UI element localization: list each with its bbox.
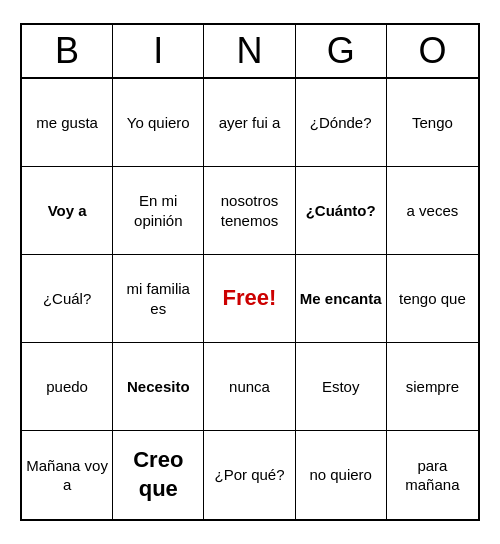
bingo-header-letter: N bbox=[204, 25, 295, 77]
bingo-header: BINGO bbox=[22, 25, 478, 79]
bingo-cell: Tengo bbox=[387, 79, 478, 167]
bingo-cell: ¿Cuál? bbox=[22, 255, 113, 343]
bingo-cell: Yo quiero bbox=[113, 79, 204, 167]
bingo-header-letter: B bbox=[22, 25, 113, 77]
bingo-cell: Free! bbox=[204, 255, 295, 343]
bingo-cell: para mañana bbox=[387, 431, 478, 519]
bingo-cell: Necesito bbox=[113, 343, 204, 431]
bingo-cell: Estoy bbox=[296, 343, 387, 431]
bingo-cell: Mañana voy a bbox=[22, 431, 113, 519]
bingo-cell: mi familia es bbox=[113, 255, 204, 343]
bingo-header-letter: I bbox=[113, 25, 204, 77]
bingo-cell: ¿Dónde? bbox=[296, 79, 387, 167]
bingo-header-letter: O bbox=[387, 25, 478, 77]
bingo-cell: tengo que bbox=[387, 255, 478, 343]
bingo-cell: puedo bbox=[22, 343, 113, 431]
bingo-cell: ¿Cuánto? bbox=[296, 167, 387, 255]
bingo-cell: En mi opinión bbox=[113, 167, 204, 255]
bingo-cell: siempre bbox=[387, 343, 478, 431]
bingo-header-letter: G bbox=[296, 25, 387, 77]
bingo-cell: Me encanta bbox=[296, 255, 387, 343]
bingo-cell: no quiero bbox=[296, 431, 387, 519]
bingo-cell: Creo que bbox=[113, 431, 204, 519]
bingo-cell: ayer fui a bbox=[204, 79, 295, 167]
bingo-cell: Voy a bbox=[22, 167, 113, 255]
bingo-cell: nunca bbox=[204, 343, 295, 431]
bingo-cell: ¿Por qué? bbox=[204, 431, 295, 519]
bingo-cell: me gusta bbox=[22, 79, 113, 167]
bingo-card: BINGO me gustaYo quieroayer fui a¿Dónde?… bbox=[20, 23, 480, 521]
bingo-cell: nosotros tenemos bbox=[204, 167, 295, 255]
bingo-grid: me gustaYo quieroayer fui a¿Dónde?TengoV… bbox=[22, 79, 478, 519]
bingo-cell: a veces bbox=[387, 167, 478, 255]
